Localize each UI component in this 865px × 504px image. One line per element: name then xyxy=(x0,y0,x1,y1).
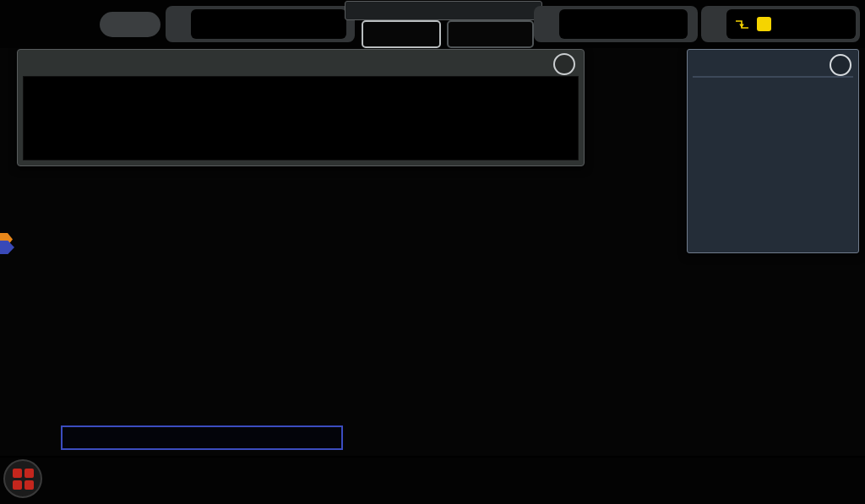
trigger-source-badge xyxy=(757,17,771,31)
top-bar xyxy=(0,0,865,48)
waveform-overview-strip[interactable] xyxy=(345,1,542,20)
measure-button[interactable] xyxy=(362,20,441,48)
close-icon[interactable] xyxy=(830,54,851,76)
jitter-panel xyxy=(17,49,585,166)
trigger-slope-icon xyxy=(735,18,750,31)
wave-preview-icon xyxy=(345,2,540,18)
bottom-bar xyxy=(0,458,865,504)
stop-run-button[interactable] xyxy=(447,20,534,48)
horizontal-settings[interactable] xyxy=(166,6,355,42)
trace-3-marker-icon xyxy=(0,241,14,254)
oscilloscope-screen xyxy=(0,0,865,504)
menu-icon xyxy=(13,469,34,490)
histogram-result-panel xyxy=(687,49,859,253)
menu-button[interactable] xyxy=(3,459,42,498)
trigger-settings[interactable] xyxy=(701,6,860,42)
trend-trace-label xyxy=(61,425,343,450)
close-icon[interactable] xyxy=(553,53,575,75)
jitter-table xyxy=(23,76,579,160)
run-state-badge xyxy=(100,12,160,37)
delay-settings[interactable] xyxy=(534,6,698,42)
histogram-table xyxy=(693,76,853,78)
trend-trace-marker[interactable] xyxy=(0,233,17,258)
graticule-area xyxy=(0,48,865,456)
